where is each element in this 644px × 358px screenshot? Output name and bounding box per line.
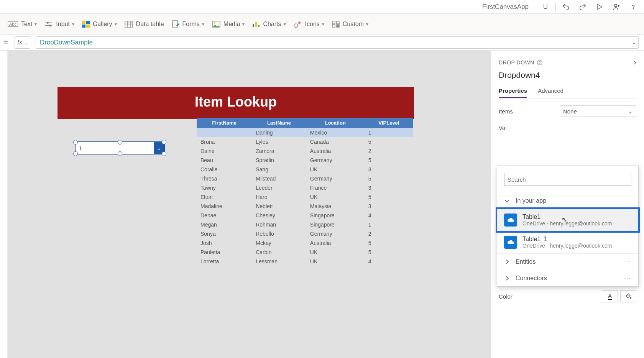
table-cell: 3 [365,165,413,174]
undo-button[interactable] [558,0,573,14]
ribbon-custom[interactable]: Custom▾ [332,21,368,28]
tab-advanced[interactable]: Advanced [538,85,564,98]
table-cell: 5 [365,192,413,202]
table-cell: 4 [365,257,413,266]
ribbon-data-table[interactable]: Data table [125,21,164,28]
table-cell: Germany [306,174,365,183]
table-cell: Singapore [306,211,365,220]
table-row: EltonHaroUK5 [197,192,413,202]
selected-dropdown-control[interactable]: 1 ⌄ [75,141,165,154]
table-cell: France [306,183,365,192]
table-row: MadalineNeblettMalaysia3 [197,202,413,211]
table-cell: Neblett [252,202,306,211]
table-header: VIPLevel [365,118,413,128]
resize-handle[interactable] [162,140,166,145]
datasource-item[interactable]: Table1OneDrive - henry.legge@outlook.com [497,209,638,231]
svg-rect-17 [172,21,177,27]
table-cell: 5 [365,238,413,248]
separator [555,3,556,11]
control-name: Dropdown4 [499,71,636,80]
svg-rect-9 [86,21,90,24]
canvas-area[interactable]: Item Lookup 1 ⌄ FirstNameLastNameLocatio… [8,51,491,358]
ribbon-icons[interactable]: Icons▾ [294,20,324,28]
ribbon-input[interactable]: Input▾ [44,21,74,28]
table-cell: Zamora [252,146,306,156]
help-button[interactable] [626,0,641,14]
table-cell: Bruna [197,137,252,146]
table-cell: Germany [306,156,365,165]
ribbon-text[interactable]: AbcText▾ [8,21,37,28]
section-entities[interactable]: Entities ··· [497,253,638,270]
table-row: TawnyLeederFrance3 [197,183,413,192]
table-cell: Germany [306,229,365,238]
redo-button[interactable] [575,0,590,14]
table-cell: UK [306,257,365,266]
ellipsis-icon[interactable]: ··· [624,258,631,265]
table-cell: Sang [252,165,306,174]
table-cell: Coralie [197,165,252,174]
svg-rect-12 [125,21,133,27]
resize-handle[interactable] [162,151,166,156]
table-cell: 5 [365,174,413,183]
svg-rect-27 [337,25,339,27]
ribbon-forms[interactable]: Forms▾ [172,20,204,28]
ribbon-media[interactable]: Media▾ [212,21,245,28]
tab-properties[interactable]: Properties [499,85,527,98]
svg-rect-11 [86,25,90,28]
table-cell: 1 [365,220,413,229]
datasource-item[interactable]: Table1_1OneDrive - henry.legge@outlook.c… [497,231,638,253]
formula-expand-icon[interactable]: ⌄ [632,40,636,45]
table-cell: 3 [365,183,413,192]
table-row: DarlingMexico1 [197,128,413,137]
section-connectors[interactable]: Connectors ··· [497,270,638,286]
table-cell: Beau [197,156,252,165]
table-cell: Canada [306,137,365,146]
text-color-swatch[interactable]: A [602,290,618,302]
resize-handle[interactable] [118,151,122,156]
svg-point-23 [294,24,298,28]
formula-input[interactable]: DropDownSample [36,39,638,46]
fill-color-swatch[interactable] [620,290,636,302]
svg-point-2 [614,4,617,7]
svg-rect-20 [253,24,254,27]
table-row: LorrettaLessmanUK4 [197,257,413,266]
panel-collapse-icon[interactable]: › [634,57,636,67]
table-cell: Malaysia [306,202,365,211]
share-button[interactable] [609,0,624,14]
ellipsis-icon[interactable]: ··· [624,275,631,282]
datasource-sub: OneDrive - henry.legge@outlook.com [522,220,612,227]
ribbon-gallery[interactable]: Gallery▾ [82,21,117,28]
table-row: JoshMckayAustralia5 [197,238,413,248]
section-in-your-app[interactable]: In your app [497,193,638,209]
table-cell: Lyles [252,137,306,146]
items-label: Items [499,108,513,115]
table-row: MeganRohmanSingapore1 [197,220,413,229]
resize-handle[interactable] [73,151,78,156]
table-cell: UK [306,192,365,202]
items-select[interactable]: None⌄ [560,105,636,117]
table-cell: Singapore [306,220,365,229]
table-row: BrunaLylesCanada5 [197,137,413,146]
table-cell: Haro [252,192,306,202]
table-cell: Australia [306,146,365,156]
app-name: FirstCanvasApp [482,3,529,11]
equals-icon: = [0,38,12,47]
ribbon-charts[interactable]: Charts▾ [252,21,286,28]
datasource-search-input[interactable] [504,173,631,186]
table-cell: 5 [365,137,413,146]
title-bar: FirstCanvasApp [0,0,644,14]
table-cell: 2 [365,146,413,156]
svg-rect-24 [332,21,335,24]
svg-rect-25 [337,21,339,24]
color-label: Color [499,293,513,300]
checker-icon[interactable] [538,0,553,14]
resize-handle[interactable] [118,140,122,145]
items-datasource-popup: In your app Table1OneDrive - henry.legge… [497,166,639,287]
resize-handle[interactable] [73,140,78,145]
table-cell: Tawny [197,183,252,192]
fx-property-selector[interactable]: fx ⌄ [15,36,30,49]
play-button[interactable] [592,0,607,14]
svg-marker-1 [598,4,602,9]
svg-point-29 [539,64,540,64]
table-row: CoralieSangUK3 [197,165,413,174]
